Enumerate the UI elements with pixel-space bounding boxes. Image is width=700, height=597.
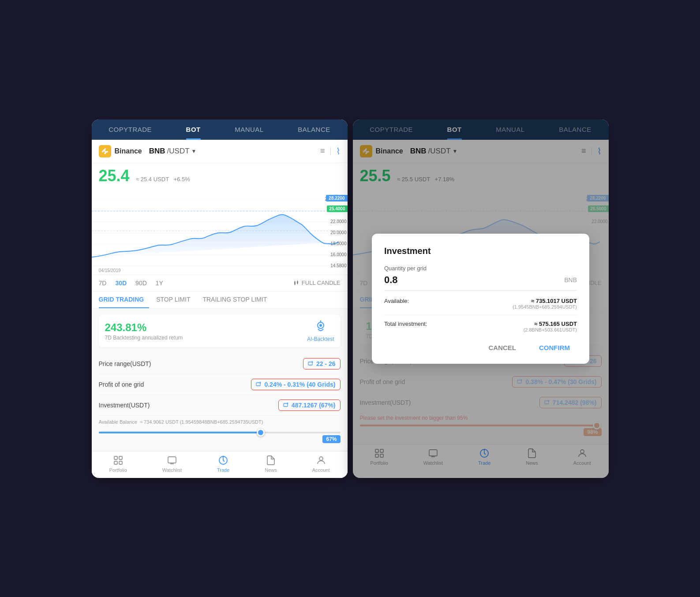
svg-rect-26 <box>119 461 122 464</box>
svg-rect-24 <box>119 456 122 459</box>
profit-value-left[interactable]: 0.24% - 0.31% (40 Grids) <box>251 379 340 390</box>
chart-label-4: 20.0000 <box>330 230 346 235</box>
left-screen: COPYTRADE BOT MANUAL BALANCE Binance BNB… <box>92 119 348 478</box>
modal-qty-value: 0.8 <box>384 274 398 286</box>
svg-point-19 <box>320 320 321 321</box>
time-90d-left[interactable]: 90D <box>135 279 147 287</box>
content-area-left: 243.81% 7D Backtesting annualized return… <box>92 309 348 451</box>
svg-rect-22 <box>284 403 288 407</box>
trading-tabs-left: GRID TRADING STOP LIMIT TRAILING STOP LI… <box>92 291 348 309</box>
modal-qty-label: Quantity per grid <box>384 265 577 272</box>
investment-modal: Investment Quantity per grid 0.8 BNB Ava… <box>372 234 589 364</box>
binance-logo-left <box>99 145 111 157</box>
chart-badge-current-left: 25.4000 <box>327 205 347 212</box>
svg-rect-25 <box>114 461 117 464</box>
svg-rect-10 <box>294 282 296 284</box>
investment-label-left: Investment(USDT) <box>99 402 150 409</box>
tab-stop-limit-left[interactable]: STOP LIMIT <box>156 291 195 308</box>
backtest-label-left: 7D Backtesting annualized return <box>105 335 183 341</box>
svg-rect-21 <box>256 383 260 386</box>
bottom-nav-left: Portfolio Watchlist Trade News Account <box>92 451 348 478</box>
modal-available-value: ≈ 735.1017 USDT <box>513 298 577 304</box>
nav-trade-left[interactable]: Trade <box>217 455 229 473</box>
chart-date-left: 04/15/2019 <box>99 268 121 273</box>
exchange-name-left: Binance <box>115 147 142 155</box>
wave-icon-left[interactable]: ⌇ <box>336 146 341 157</box>
modal-total-row: Total investment: ≈ 575.165 USDT (2.8BNB… <box>384 321 577 332</box>
modal-confirm-btn[interactable]: CONFIRM <box>532 340 577 355</box>
chart-label-6: 16.0000 <box>330 252 346 257</box>
backtest-return-left: 243.81% <box>105 321 183 334</box>
price-range-value-left[interactable]: 22 - 26 <box>303 358 341 369</box>
price-main-left: 25.4 <box>99 167 130 185</box>
investment-row-left: Investment(USDT) 487.1267 (67%) <box>99 395 341 416</box>
svg-rect-27 <box>168 457 176 463</box>
investment-value-left[interactable]: 487.1267 (67%) <box>278 399 341 411</box>
full-candle-left[interactable]: FULL CANDLE <box>293 280 341 286</box>
svg-point-31 <box>319 457 323 460</box>
nav-portfolio-left[interactable]: Portfolio <box>109 455 127 473</box>
chart-badge-high-left: 28.2200 <box>326 195 347 201</box>
slider-pct-badge-left: 67% <box>322 435 340 443</box>
pair-selector-left[interactable]: BNB/USDT ▼ <box>149 147 197 156</box>
modal-available-label: Available: <box>384 298 409 304</box>
tab-copytrade-left[interactable]: COPYTRADE <box>109 126 152 140</box>
chart-area-left: 25.4000 → 24.0000 22.0000 20.0000 18.000… <box>92 187 348 275</box>
menu-icon-left[interactable]: ≡ <box>320 146 325 156</box>
nav-watchlist-left[interactable]: Watchlist <box>162 455 182 473</box>
profit-label-left: Profit of one grid <box>99 381 144 388</box>
backtest-card-left: 243.81% 7D Backtesting annualized return… <box>99 315 341 347</box>
avail-balance-left: Available Balance ≈ 734.9062 USDT (1.954… <box>99 416 341 428</box>
profit-row-left: Profit of one grid 0.24% - 0.31% (40 Gri… <box>99 374 341 395</box>
svg-rect-23 <box>114 456 117 459</box>
tab-manual-left[interactable]: MANUAL <box>235 126 264 140</box>
time-range-left: 7D 30D 90D 1Y FULL CANDLE <box>92 275 348 291</box>
time-1y-left[interactable]: 1Y <box>156 279 163 287</box>
price-range-row-left: Price range(USDT) 22 - 26 <box>99 354 341 374</box>
modal-qty-unit: BNB <box>564 276 577 284</box>
right-screen: COPYTRADE BOT MANUAL BALANCE Binance BNB… <box>353 119 609 478</box>
modal-overlay-right: Investment Quantity per grid 0.8 BNB Ava… <box>353 119 609 478</box>
modal-available-row: Available: ≈ 735.1017 USDT (1.9545BNB+68… <box>384 298 577 310</box>
modal-title: Investment <box>384 246 577 256</box>
header-left: Binance BNB/USDT ▼ ≡ ⌇ <box>92 140 348 163</box>
svg-rect-13 <box>297 281 298 284</box>
modal-available-sub: (1.9545BNB+685.2594USDT) <box>513 304 577 310</box>
modal-total-value: ≈ 575.165 USDT <box>524 321 577 327</box>
top-nav-left: COPYTRADE BOT MANUAL BALANCE <box>92 119 348 140</box>
ai-backtest-btn-left[interactable]: AI-Backtest <box>307 320 334 342</box>
tab-trailing-stop-left[interactable]: TRAILING STOP LIMIT <box>202 291 272 308</box>
svg-point-17 <box>319 324 322 327</box>
price-area-left: 25.4 ≈ 25.4 USDT +6.5% <box>92 163 348 187</box>
modal-total-label: Total investment: <box>384 321 427 327</box>
header-icons-left: ≡ ⌇ <box>320 146 341 157</box>
tab-bot-left[interactable]: BOT <box>186 126 201 140</box>
price-approx-left: ≈ 25.4 USDT +6.5% <box>136 175 190 183</box>
modal-total-sub: (2.8BNB+503.661USDT) <box>524 327 577 332</box>
modal-input-row[interactable]: 0.8 BNB <box>384 274 577 291</box>
svg-rect-20 <box>308 362 312 365</box>
nav-account-left[interactable]: Account <box>312 455 330 473</box>
slider-left[interactable]: 67% <box>99 428 341 445</box>
price-range-label-left: Price range(USDT) <box>99 360 151 367</box>
chart-label-3: 22.0000 <box>330 219 346 224</box>
time-7d-left[interactable]: 7D <box>99 279 107 287</box>
tab-grid-trading-left[interactable]: GRID TRADING <box>99 291 150 308</box>
nav-news-left[interactable]: News <box>265 455 277 473</box>
modal-actions: CANCEL CONFIRM <box>384 337 577 355</box>
chart-label-5: 18.0000 <box>330 241 346 246</box>
chart-label-7: 14.5800 <box>330 263 346 268</box>
time-30d-left[interactable]: 30D <box>115 279 127 287</box>
modal-cancel-btn[interactable]: CANCEL <box>482 340 524 355</box>
tab-balance-left[interactable]: BALANCE <box>298 126 330 140</box>
